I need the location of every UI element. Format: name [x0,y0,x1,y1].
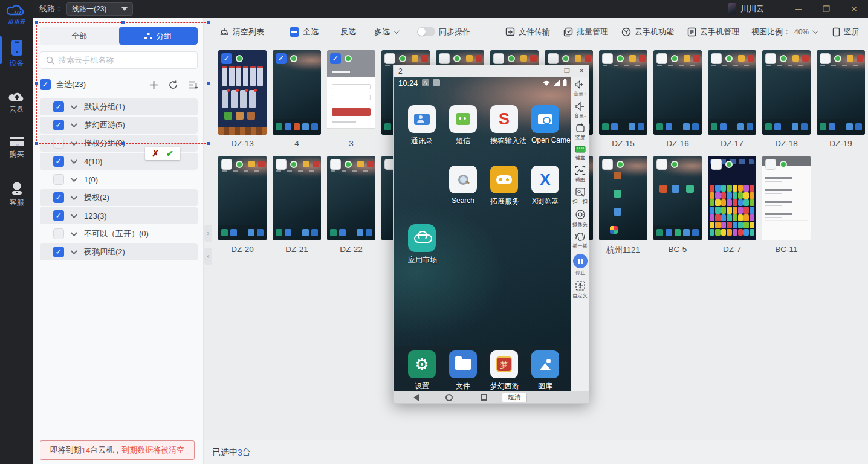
phone-functions-button[interactable]: 云手机功能 [621,27,674,37]
group-checkbox[interactable] [53,102,64,112]
phone-thumbnail[interactable] [762,50,811,135]
phone-card[interactable]: DZ-19 [817,50,865,148]
phone-thumbnail[interactable] [218,50,267,135]
search-input[interactable] [59,56,192,65]
phone-card[interactable]: DZ-7 [708,156,756,256]
phone-screen[interactable]: 10:24 A 通讯录 短信 S 搜狗输入法 [394,77,572,392]
phone-card[interactable]: DZ-17 [708,50,756,148]
phone-checkbox[interactable] [221,53,232,64]
phone-checkbox[interactable] [602,53,613,64]
phone-thumbnail[interactable] [653,50,702,135]
app-x-browser[interactable]: X X浏览器 [531,166,559,207]
group-row[interactable]: 夜鸦四组(2) [40,243,198,260]
refresh-icon[interactable] [169,80,178,89]
app-gallery[interactable]: 图库 [531,350,559,392]
phone-card[interactable]: DZ-15 [599,50,647,148]
phone-checkbox[interactable] [765,159,776,170]
batch-manage-button[interactable]: 批量管理 [563,27,608,37]
line-select[interactable]: 线路一(23) [66,2,133,16]
phone-card[interactable]: BC-11 [762,156,811,256]
group-row[interactable]: 默认分组(1) [40,98,198,115]
tab-all[interactable]: 全部 [40,27,119,45]
app-messages[interactable]: 短信 [449,105,477,146]
chevron-down-icon[interactable] [71,230,77,236]
quality-button[interactable]: 超清 [502,393,527,402]
chevron-down-icon[interactable] [71,193,77,200]
view-scale-control[interactable]: 视图比例： 40% [751,27,817,37]
phone-manage-button[interactable]: 云手机管理 [687,27,739,37]
close-button[interactable]: ✕ [840,0,868,18]
tool-volume-up[interactable]: 音量+ [573,80,587,98]
app-sogou-input[interactable]: S 搜狗输入法 [490,105,518,146]
phone-thumbnail[interactable] [218,156,267,240]
group-row[interactable]: 授权(2) [40,189,198,206]
nav-back-icon[interactable] [413,394,419,401]
phone-thumbnail[interactable] [327,50,375,135]
group-checkbox[interactable] [53,192,64,203]
tool-camera[interactable]: 摄像头 [572,209,588,228]
tool-keyboard[interactable]: 键盘 [575,145,586,162]
chevron-down-icon[interactable] [71,121,77,127]
phone-card[interactable]: DZ-16 [653,50,702,148]
phone-checkbox[interactable] [711,53,722,64]
app-contacts[interactable]: 通讯录 [408,105,436,146]
app-files[interactable]: 文件 [449,350,477,392]
tool-shake[interactable]: 摇一摇 [572,232,588,250]
tab-groups[interactable]: 分组 [119,27,198,45]
select-all-checkbox[interactable] [40,79,51,90]
phone-card[interactable]: DZ-22 [327,156,375,256]
phone-checkbox[interactable] [820,53,831,64]
phone-checkbox[interactable] [711,159,722,170]
phone-checkbox[interactable] [493,53,504,64]
select-all-button[interactable]: 全选 [290,27,319,37]
phone-checkbox[interactable] [656,159,667,170]
group-checkbox[interactable] [53,228,64,239]
nav-home-icon[interactable] [445,394,453,401]
nav-recents-icon[interactable] [481,394,487,401]
group-checkbox[interactable] [53,210,64,221]
group-checkbox[interactable] [53,156,64,167]
group-row[interactable]: 不可以（五开）(0) [40,225,198,242]
group-checkbox[interactable] [53,120,64,130]
collapse-list-icon[interactable] [188,80,198,89]
selection-confirm-button[interactable]: ✔ [166,149,173,158]
phone-card[interactable]: 4 [273,50,321,148]
chevron-down-icon[interactable] [71,103,77,109]
chevron-down-icon[interactable] [71,248,77,254]
phone-checkbox[interactable] [656,53,667,64]
group-checkbox[interactable] [53,246,64,257]
sidebar-item-support[interactable]: 客服 [0,181,33,208]
phone-checkbox[interactable] [384,53,395,64]
tool-rotate[interactable]: 竖屏 [575,123,586,141]
app-open-camera[interactable]: Open Came.. [531,105,559,144]
chevron-down-icon[interactable] [71,175,77,182]
phone-thumbnail[interactable] [327,156,375,240]
phone-thumbnail[interactable] [273,50,321,135]
phone-checkbox[interactable] [276,53,287,64]
phone-card[interactable]: 3 [327,50,375,148]
toggle-off-icon[interactable] [417,27,435,36]
app-extension-service[interactable]: 拓展服务 [490,166,518,207]
invert-selection-button[interactable]: 反选 [340,27,356,37]
panel-expand-handle[interactable]: › [204,225,212,242]
group-checkbox[interactable] [53,138,64,149]
phone-checkbox[interactable] [439,53,450,64]
sidebar-item-purchase[interactable]: ,,, 购买 [0,135,33,160]
group-row[interactable]: 1(0) [40,171,198,188]
phone-card[interactable]: DZ-21 [273,156,321,256]
phone-checkbox[interactable] [276,159,287,170]
panel-collapse-handle[interactable]: ‹ [204,248,212,265]
phone-window-maximize-button[interactable]: ❐ [560,67,574,75]
phone-checkbox[interactable] [602,159,613,170]
phone-thumbnail[interactable] [708,156,756,240]
phone-checkbox[interactable] [330,159,341,170]
group-checkbox[interactable] [53,174,64,185]
tool-custom[interactable]: 自定义 [572,280,588,300]
phone-thumbnail[interactable] [817,50,865,135]
phone-card[interactable]: DZ-13 [218,50,267,148]
phone-card[interactable]: DZ-20 [218,156,267,256]
phone-thumbnail[interactable] [599,156,647,240]
portrait-button[interactable]: 竖屏 [832,27,860,37]
sidebar-item-devices[interactable]: 设备 [0,39,33,69]
tool-screenshot[interactable]: 截图 [575,166,586,184]
